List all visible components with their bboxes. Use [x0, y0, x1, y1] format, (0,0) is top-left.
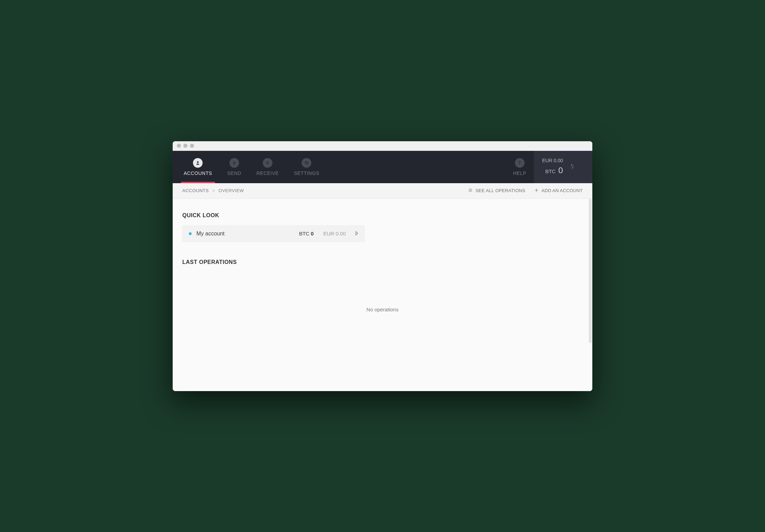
add-account-button[interactable]: ADD AN ACCOUNT	[534, 188, 583, 193]
account-card[interactable]: My account BTC 0 EUR 0.00	[182, 225, 365, 242]
add-account-label: ADD AN ACCOUNT	[541, 188, 583, 193]
quick-look-title: QUICK LOOK	[182, 212, 583, 219]
nav-accounts[interactable]: ACCOUNTS	[176, 151, 220, 183]
account-crypto-value: 0	[311, 231, 314, 236]
account-crypto: BTC 0	[299, 231, 314, 236]
arrow-down-icon	[263, 158, 272, 168]
chevron-right-icon	[355, 231, 358, 237]
account-name: My account	[196, 231, 294, 237]
refresh-button[interactable]	[569, 163, 575, 171]
last-operations-title: LAST OPERATIONS	[182, 259, 583, 265]
account-color-dot	[189, 232, 192, 235]
arrow-up-icon	[229, 158, 239, 168]
breadcrumb-sep: >	[212, 188, 215, 193]
scrollbar[interactable]	[589, 199, 592, 343]
nav-send-label: SEND	[227, 170, 241, 176]
top-nav: ACCOUNTS SEND RECEIVE SETTINGS	[173, 151, 592, 183]
breadcrumb-page: OVERVIEW	[218, 188, 244, 193]
balance-text: EUR 0.00 BTC 0	[542, 157, 563, 177]
app-window: ACCOUNTS SEND RECEIVE SETTINGS	[173, 141, 592, 391]
nav-left: ACCOUNTS SEND RECEIVE SETTINGS	[173, 151, 505, 183]
nav-receive-label: RECEIVE	[256, 170, 279, 176]
balance-fiat-value: 0.00	[553, 158, 563, 163]
gear-icon	[302, 158, 311, 168]
nav-receive[interactable]: RECEIVE	[249, 151, 286, 183]
plus-icon	[534, 188, 539, 193]
balance-fiat: EUR 0.00	[542, 157, 563, 164]
window-close-dot[interactable]	[177, 144, 181, 148]
see-all-operations-label: SEE ALL OPERATIONS	[475, 188, 525, 193]
users-icon	[193, 158, 203, 168]
see-all-operations-button[interactable]: SEE ALL OPERATIONS	[468, 188, 525, 193]
account-fiat: EUR 0.00	[323, 231, 346, 236]
breadcrumb: ACCOUNTS > OVERVIEW	[182, 188, 244, 193]
account-crypto-label: BTC	[299, 231, 309, 236]
balance-crypto-value: 0	[558, 166, 563, 175]
account-fiat-label: EUR	[323, 231, 334, 236]
sub-bar: ACCOUNTS > OVERVIEW SEE ALL OPERATIONS A…	[173, 183, 592, 199]
question-icon: ?	[515, 158, 525, 168]
nav-send[interactable]: SEND	[220, 151, 249, 183]
list-icon	[468, 188, 473, 193]
nav-accounts-label: ACCOUNTS	[184, 170, 212, 176]
nav-settings[interactable]: SETTINGS	[286, 151, 327, 183]
nav-help[interactable]: ? HELP	[505, 151, 534, 183]
window-minimize-dot[interactable]	[183, 144, 187, 148]
balance-fiat-label: EUR	[542, 158, 552, 163]
balance-panel: EUR 0.00 BTC 0	[534, 151, 592, 183]
window-zoom-dot[interactable]	[190, 144, 194, 148]
nav-help-label: HELP	[513, 170, 526, 176]
no-operations-message: No operations	[182, 307, 583, 312]
breadcrumb-root[interactable]: ACCOUNTS	[182, 188, 209, 193]
balance-crypto: BTC 0	[542, 164, 563, 177]
account-fiat-value: 0.00	[336, 231, 346, 236]
balance-crypto-label: BTC	[545, 168, 556, 174]
window-titlebar	[173, 141, 592, 151]
nav-settings-label: SETTINGS	[294, 170, 319, 176]
main-content: QUICK LOOK My account BTC 0 EUR 0.00 LAS…	[173, 199, 592, 391]
subbar-actions: SEE ALL OPERATIONS ADD AN ACCOUNT	[468, 188, 583, 193]
